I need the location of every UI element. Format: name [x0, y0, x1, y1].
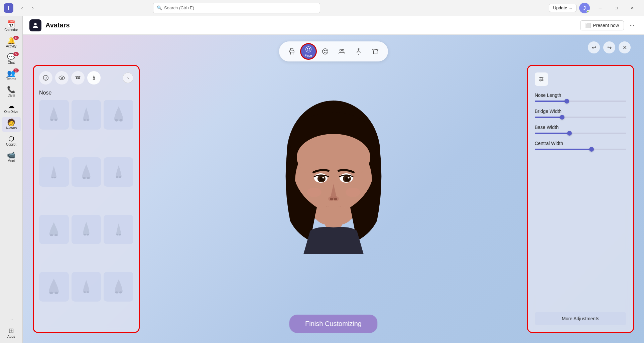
nose-option-12[interactable] — [104, 272, 133, 302]
nose-option-9[interactable] — [104, 215, 133, 244]
toolbar-face-button[interactable]: Face — [301, 44, 316, 59]
svg-point-37 — [84, 291, 86, 293]
svg-point-17 — [50, 119, 53, 121]
close-workspace-button[interactable]: ✕ — [619, 41, 631, 53]
bridge-width-track[interactable] — [535, 117, 626, 118]
svg-point-3 — [307, 48, 308, 49]
search-bar[interactable]: 🔍 Search (Ctrl+E) — [153, 3, 320, 13]
toolbar-expressions-button[interactable] — [318, 44, 333, 59]
svg-point-0 — [34, 23, 36, 25]
svg-point-7 — [326, 50, 326, 51]
face-shape-tab[interactable] — [39, 71, 52, 84]
svg-point-2 — [305, 46, 311, 52]
sidebar-item-chat[interactable]: 💬 Chat 5 — [2, 51, 21, 66]
sidebar-item-calendar[interactable]: 📅 Calendar — [2, 19, 21, 34]
nose-option-3[interactable] — [104, 100, 133, 130]
undo-button[interactable]: ↩ — [588, 41, 600, 53]
top-toolbar: Face — [279, 41, 388, 61]
nose-option-7[interactable] — [39, 215, 69, 244]
eyes-tab[interactable] — [55, 71, 69, 84]
toolbar-pose-button[interactable] — [351, 44, 366, 59]
toolbar-face-label: Face — [304, 54, 312, 57]
calendar-icon: 📅 — [7, 21, 15, 27]
sidebar-item-apps[interactable]: ⊞ Apps — [2, 325, 21, 340]
svg-point-59 — [346, 188, 360, 197]
more-adjustments-button[interactable]: More Adjustments — [535, 312, 626, 325]
redo-button[interactable]: ↪ — [603, 41, 615, 53]
update-button[interactable]: Update ··· — [549, 4, 576, 12]
nose-option-10[interactable] — [39, 272, 69, 302]
svg-point-52 — [322, 177, 324, 178]
header-more-button[interactable]: ··· — [627, 20, 637, 31]
central-width-fill — [535, 149, 592, 150]
sidebar-item-onedrive[interactable]: ☁ OneDrive — [2, 101, 21, 116]
sidebar-item-avatars[interactable]: 🧑 Avatars — [2, 117, 21, 132]
bridge-width-fill — [535, 117, 562, 118]
sidebar-label-calls: Calls — [7, 94, 15, 97]
toolbar-body-button[interactable] — [284, 44, 299, 59]
base-width-track[interactable] — [535, 133, 626, 134]
close-button[interactable]: ✕ — [625, 3, 640, 13]
nav-forward[interactable]: › — [28, 3, 37, 13]
nose-option-2[interactable] — [72, 100, 101, 130]
nose-option-5[interactable] — [72, 157, 101, 187]
maximize-button[interactable]: □ — [609, 3, 624, 13]
present-label: Present now — [593, 23, 619, 28]
svg-point-30 — [55, 234, 58, 236]
nose-option-11[interactable] — [72, 272, 101, 302]
sidebar-label-calendar: Calendar — [4, 28, 18, 32]
teams-badge: 2 — [13, 68, 19, 72]
sidebar-item-teams[interactable]: 👥 Teams 2 — [2, 68, 21, 83]
svg-point-38 — [87, 291, 89, 293]
finish-customizing-button[interactable]: Finish Customizing — [289, 315, 378, 333]
sidebar-item-copilot[interactable]: ⬡ Copilot — [2, 133, 21, 148]
nav-back[interactable]: ‹ — [17, 3, 27, 13]
bridge-width-label: Bridge Width — [535, 109, 626, 114]
window-controls: ─ □ ✕ — [593, 3, 640, 13]
title-bar: T ‹ › 🔍 Search (Ctrl+E) Update ··· J ─ □… — [0, 0, 644, 16]
nose-option-8[interactable] — [72, 215, 101, 244]
present-now-button[interactable]: ⬜ Present now — [580, 20, 624, 30]
nose-option-1[interactable] — [39, 100, 69, 130]
rp-settings-button[interactable] — [535, 72, 548, 86]
sidebar-label-activity: Activity — [6, 44, 17, 48]
activity-badge: 6 — [13, 36, 19, 40]
eyebrows-tab[interactable] — [71, 71, 85, 84]
svg-point-21 — [115, 119, 118, 122]
sidebar-item-more[interactable]: ··· — [2, 315, 21, 324]
nose-length-track[interactable] — [535, 101, 626, 102]
svg-point-57 — [334, 198, 337, 200]
app-icon — [29, 19, 41, 31]
base-width-thumb[interactable] — [567, 131, 572, 136]
minimize-button[interactable]: ─ — [593, 3, 608, 13]
nose-option-4[interactable] — [39, 157, 69, 187]
central-width-track[interactable] — [535, 149, 626, 150]
sidebar-item-meet[interactable]: 📹 Meet — [2, 150, 21, 165]
rp-header — [535, 72, 626, 86]
svg-point-8 — [340, 49, 342, 51]
svg-point-35 — [49, 292, 53, 294]
user-avatar[interactable]: J — [579, 3, 590, 13]
panel-next-button[interactable]: › — [123, 72, 133, 83]
svg-point-45 — [297, 134, 370, 181]
app-title: Avatars — [45, 21, 70, 29]
svg-point-58 — [307, 188, 321, 197]
sidebar-item-activity[interactable]: 🔔 Activity 6 — [2, 35, 21, 50]
nose-tab[interactable] — [87, 71, 101, 84]
central-width-thumb[interactable] — [589, 147, 594, 152]
sidebar-label-chat: Chat — [8, 61, 15, 64]
sidebar-label-meet: Meet — [7, 159, 15, 163]
svg-point-40 — [119, 291, 122, 293]
toolbar-group-button[interactable] — [335, 44, 349, 59]
sidebar-item-calls[interactable]: 📞 Calls — [2, 84, 21, 99]
meet-icon: 📹 — [7, 152, 15, 158]
toolbar-clothing-button[interactable] — [368, 44, 383, 59]
avatar-workspace: Face — [23, 35, 644, 343]
nose-length-thumb[interactable] — [564, 99, 569, 104]
svg-point-23 — [51, 177, 53, 178]
svg-point-15 — [76, 77, 77, 78]
search-placeholder: Search (Ctrl+E) — [164, 5, 194, 10]
bridge-width-thumb[interactable] — [560, 115, 564, 120]
sidebar-label-apps: Apps — [7, 335, 15, 338]
nose-option-6[interactable] — [104, 157, 133, 187]
